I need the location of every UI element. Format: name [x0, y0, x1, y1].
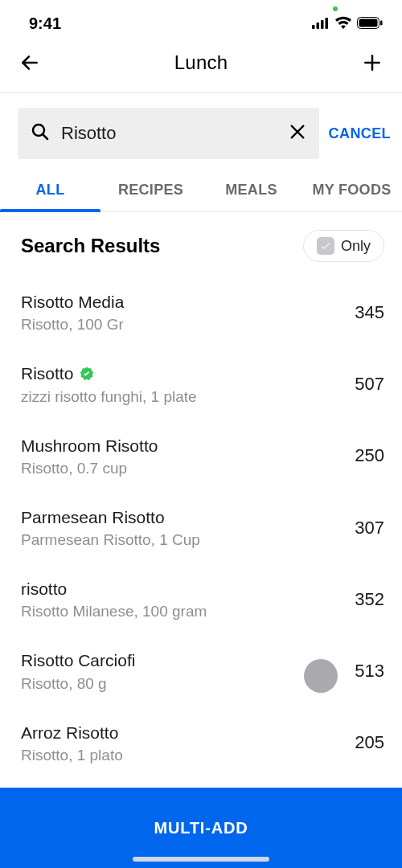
result-item[interactable]: Mushroom RisottoRisotto, 0.7 cup250 — [21, 420, 384, 492]
svg-line-11 — [43, 134, 47, 139]
shield-icon — [317, 237, 334, 255]
result-name: Mushroom Risotto — [21, 435, 158, 457]
result-name: risotto — [21, 578, 67, 600]
svg-rect-5 — [359, 19, 378, 27]
result-calories: 345 — [355, 302, 384, 323]
filter-tabs: ALL RECIPES MEALS MY FOODS — [0, 174, 402, 212]
result-name: Risotto Media — [21, 291, 124, 313]
status-time: 9:41 — [29, 14, 61, 33]
result-item[interactable]: Risottozizzi risotto funghi, 1 plate507 — [21, 348, 384, 420]
svg-rect-1 — [317, 23, 320, 29]
result-calories: 250 — [355, 445, 384, 466]
verified-only-toggle[interactable]: Only — [303, 230, 384, 262]
multi-add-label: MULTI-ADD — [154, 819, 248, 837]
result-item[interactable]: risottoRisotto Milanese, 100 gram352 — [21, 563, 384, 635]
result-text: Risottozizzi risotto funghi, 1 plate — [21, 362, 197, 405]
result-text: risottoRisotto Milanese, 100 gram — [21, 578, 207, 620]
result-calories: 352 — [355, 589, 384, 610]
tab-recipes[interactable]: RECIPES — [100, 174, 201, 211]
status-icons — [312, 14, 383, 33]
result-name: Arroz Risotto — [21, 722, 118, 743]
result-calories: 507 — [355, 374, 384, 395]
result-calories: 513 — [355, 661, 384, 682]
result-text: Mushroom RisottoRisotto, 0.7 cup — [21, 435, 158, 477]
result-subtitle: Risotto, 0.7 cup — [21, 460, 158, 477]
back-button[interactable] — [16, 49, 43, 76]
add-button[interactable] — [359, 49, 386, 76]
result-subtitle: Risotto, 100 Gr — [21, 316, 124, 334]
cancel-search-button[interactable]: CANCEL — [326, 125, 394, 142]
verified-icon — [80, 366, 94, 381]
touch-indicator — [304, 659, 338, 693]
recording-indicator-dot — [333, 6, 338, 11]
tab-my-foods[interactable]: MY FOODS — [302, 174, 402, 211]
clear-search-button[interactable] — [289, 122, 306, 145]
tab-indicator — [0, 209, 100, 212]
search-row: CANCEL — [0, 93, 402, 174]
result-subtitle: Parmesean Risotto, 1 Cup — [21, 531, 200, 549]
result-item[interactable]: Risotto MediaRisotto, 100 Gr345 — [21, 276, 384, 348]
section-title: Search Results — [21, 235, 160, 257]
status-bar: 9:41 — [0, 0, 402, 39]
cellular-icon — [312, 14, 330, 33]
result-subtitle: Risotto Milanese, 100 gram — [21, 603, 207, 620]
svg-rect-3 — [326, 18, 329, 29]
result-name: Risotto Carciofi — [21, 649, 135, 671]
search-input[interactable] — [61, 123, 289, 144]
result-subtitle: Risotto, 1 plato — [21, 747, 123, 764]
result-calories: 307 — [355, 518, 384, 538]
tab-all[interactable]: ALL — [0, 174, 100, 211]
svg-rect-6 — [380, 21, 383, 26]
svg-rect-2 — [321, 20, 324, 29]
results-list: Risotto MediaRisotto, 100 Gr345Risottozi… — [0, 272, 402, 850]
result-text: Risotto MediaRisotto, 100 Gr — [21, 291, 124, 334]
home-indicator[interactable] — [133, 857, 269, 862]
search-box[interactable] — [18, 108, 319, 159]
multi-add-button[interactable]: MULTI-ADD — [0, 788, 402, 868]
result-text: Parmesean RisottoParmesean Risotto, 1 Cu… — [21, 506, 200, 549]
result-text: Arroz RisottoRisotto, 1 plato — [21, 722, 123, 764]
result-calories: 205 — [355, 732, 384, 753]
only-label: Only — [341, 238, 371, 255]
result-subtitle: Risotto, 80 g — [21, 675, 135, 693]
result-name: Parmesean Risotto — [21, 506, 165, 528]
battery-icon — [357, 14, 383, 33]
result-item[interactable]: Arroz RisottoRisotto, 1 plato205 — [21, 707, 384, 779]
tab-meals[interactable]: MEALS — [201, 174, 302, 211]
result-subtitle: zizzi risotto funghi, 1 plate — [21, 388, 197, 406]
svg-rect-0 — [312, 25, 315, 29]
result-text: Risotto CarciofiRisotto, 80 g — [21, 649, 135, 692]
result-item[interactable]: Parmesean RisottoParmesean Risotto, 1 Cu… — [21, 492, 384, 563]
page-title: Lunch — [174, 51, 228, 74]
wifi-icon — [334, 14, 352, 33]
page-header: Lunch — [0, 39, 402, 93]
result-name: Risotto — [21, 362, 73, 384]
search-icon — [31, 122, 50, 145]
section-header: Search Results Only — [0, 212, 402, 272]
